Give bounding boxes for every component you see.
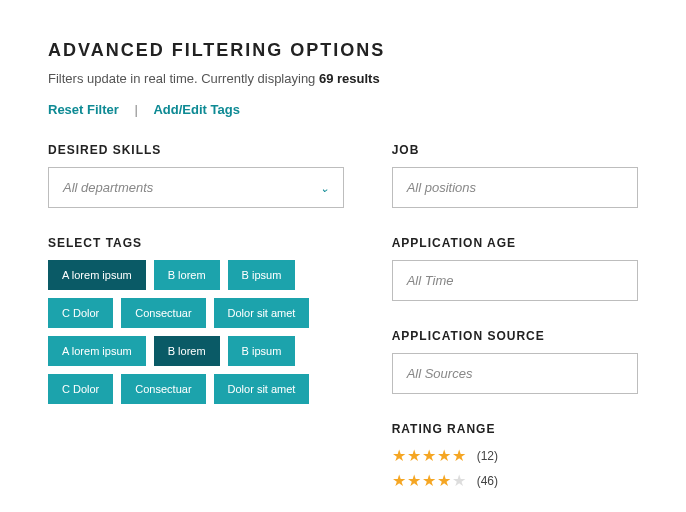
ratings-container: ★★★★★(12)★★★★★(46)	[392, 446, 638, 490]
rating-row[interactable]: ★★★★★(12)	[392, 446, 638, 465]
results-subtitle: Filters update in real time. Currently d…	[48, 71, 638, 86]
star-icons: ★★★★★	[392, 446, 467, 465]
page-title: ADVANCED FILTERING OPTIONS	[48, 40, 638, 61]
tag-item[interactable]: A lorem ipsum	[48, 260, 146, 290]
subtitle-text: Filters update in real time. Currently d…	[48, 71, 319, 86]
tag-item[interactable]: B lorem	[154, 260, 220, 290]
tag-item[interactable]: C Dolor	[48, 298, 113, 328]
application-source-select[interactable]: All Sources	[392, 353, 638, 394]
tag-item[interactable]: A lorem ipsum	[48, 336, 146, 366]
tag-item[interactable]: Dolor sit amet	[214, 374, 310, 404]
chevron-down-icon: ⌄	[320, 181, 329, 194]
tag-item[interactable]: B ipsum	[228, 336, 296, 366]
tags-container: A lorem ipsumB loremB ipsumC DolorConsec…	[48, 260, 344, 404]
job-value: All positions	[407, 180, 476, 195]
results-count: 69 results	[319, 71, 380, 86]
tag-item[interactable]: Consectuar	[121, 374, 205, 404]
application-source-label: APPLICATION SOURCE	[392, 329, 638, 343]
filter-actions: Reset Filter | Add/Edit Tags	[48, 102, 638, 117]
action-divider: |	[134, 102, 137, 117]
application-age-label: APPLICATION AGE	[392, 236, 638, 250]
reset-filter-link[interactable]: Reset Filter	[48, 102, 119, 117]
desired-skills-value: All departments	[63, 180, 153, 195]
tag-item[interactable]: B ipsum	[228, 260, 296, 290]
tag-item[interactable]: C Dolor	[48, 374, 113, 404]
application-age-select[interactable]: All Time	[392, 260, 638, 301]
job-select[interactable]: All positions	[392, 167, 638, 208]
tag-item[interactable]: B lorem	[154, 336, 220, 366]
job-label: JOB	[392, 143, 638, 157]
rating-row[interactable]: ★★★★★(46)	[392, 471, 638, 490]
desired-skills-label: DESIRED SKILLS	[48, 143, 344, 157]
select-tags-label: SELECT TAGS	[48, 236, 344, 250]
rating-count: (46)	[477, 474, 498, 488]
rating-count: (12)	[477, 449, 498, 463]
tag-item[interactable]: Consectuar	[121, 298, 205, 328]
application-age-value: All Time	[407, 273, 454, 288]
star-icons: ★★★★★	[392, 471, 467, 490]
desired-skills-select[interactable]: All departments ⌄	[48, 167, 344, 208]
add-edit-tags-link[interactable]: Add/Edit Tags	[153, 102, 239, 117]
rating-range-label: RATING RANGE	[392, 422, 638, 436]
application-source-value: All Sources	[407, 366, 473, 381]
tag-item[interactable]: Dolor sit amet	[214, 298, 310, 328]
